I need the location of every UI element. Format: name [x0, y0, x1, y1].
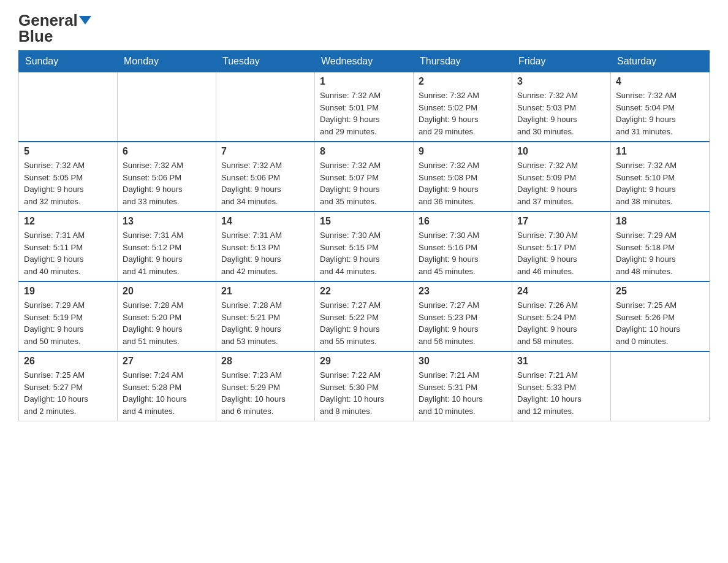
calendar-week-2: 5Sunrise: 7:32 AM Sunset: 5:05 PM Daylig…: [19, 142, 710, 212]
day-info: Sunrise: 7:30 AM Sunset: 5:16 PM Dayligh…: [419, 229, 507, 277]
calendar-cell: 16Sunrise: 7:30 AM Sunset: 5:16 PM Dayli…: [414, 212, 512, 282]
calendar-cell: 27Sunrise: 7:24 AM Sunset: 5:28 PM Dayli…: [118, 351, 216, 421]
day-number: 18: [616, 216, 704, 227]
calendar-cell: 31Sunrise: 7:21 AM Sunset: 5:33 PM Dayli…: [512, 351, 611, 421]
day-number: 29: [320, 356, 408, 367]
calendar-cell: [19, 72, 118, 142]
header-thursday: Thursday: [414, 51, 512, 72]
header-saturday: Saturday: [611, 51, 710, 72]
calendar-cell: 20Sunrise: 7:28 AM Sunset: 5:20 PM Dayli…: [118, 282, 216, 351]
calendar-cell: 14Sunrise: 7:31 AM Sunset: 5:13 PM Dayli…: [216, 212, 315, 282]
calendar-cell: 23Sunrise: 7:27 AM Sunset: 5:23 PM Dayli…: [414, 282, 512, 351]
day-number: 5: [24, 146, 112, 157]
day-number: 28: [221, 356, 309, 367]
header-tuesday: Tuesday: [216, 51, 315, 72]
day-info: Sunrise: 7:32 AM Sunset: 5:05 PM Dayligh…: [24, 159, 112, 207]
day-number: 15: [320, 216, 408, 227]
logo-blue: Blue: [18, 28, 53, 44]
header-sunday: Sunday: [19, 51, 118, 72]
day-info: Sunrise: 7:21 AM Sunset: 5:31 PM Dayligh…: [419, 369, 507, 417]
day-info: Sunrise: 7:32 AM Sunset: 5:04 PM Dayligh…: [616, 90, 704, 137]
day-number: 13: [123, 216, 211, 227]
calendar-cell: 17Sunrise: 7:30 AM Sunset: 5:17 PM Dayli…: [512, 212, 611, 282]
logo-general: General: [18, 12, 78, 28]
day-number: 8: [320, 146, 408, 157]
calendar-table: SundayMondayTuesdayWednesdayThursdayFrid…: [18, 50, 710, 421]
calendar-week-4: 19Sunrise: 7:29 AM Sunset: 5:19 PM Dayli…: [19, 282, 710, 351]
day-number: 27: [123, 356, 211, 367]
day-number: 11: [616, 146, 704, 157]
day-info: Sunrise: 7:32 AM Sunset: 5:10 PM Dayligh…: [616, 159, 704, 207]
day-number: 21: [221, 286, 309, 297]
day-info: Sunrise: 7:32 AM Sunset: 5:01 PM Dayligh…: [320, 90, 408, 137]
day-info: Sunrise: 7:28 AM Sunset: 5:20 PM Dayligh…: [123, 299, 211, 347]
day-number: 9: [419, 146, 507, 157]
day-info: Sunrise: 7:32 AM Sunset: 5:06 PM Dayligh…: [123, 159, 211, 207]
day-info: Sunrise: 7:24 AM Sunset: 5:28 PM Dayligh…: [123, 369, 211, 417]
day-number: 7: [221, 146, 309, 157]
day-info: Sunrise: 7:27 AM Sunset: 5:23 PM Dayligh…: [419, 299, 507, 347]
day-info: Sunrise: 7:22 AM Sunset: 5:30 PM Dayligh…: [320, 369, 408, 417]
day-number: 16: [419, 216, 507, 227]
calendar-header-row: SundayMondayTuesdayWednesdayThursdayFrid…: [19, 51, 710, 72]
calendar-cell: 21Sunrise: 7:28 AM Sunset: 5:21 PM Dayli…: [216, 282, 315, 351]
day-info: Sunrise: 7:32 AM Sunset: 5:02 PM Dayligh…: [419, 90, 507, 137]
day-number: 19: [24, 286, 112, 297]
calendar-cell: 28Sunrise: 7:23 AM Sunset: 5:29 PM Dayli…: [216, 351, 315, 421]
calendar-cell: 22Sunrise: 7:27 AM Sunset: 5:22 PM Dayli…: [315, 282, 414, 351]
calendar-cell: 25Sunrise: 7:25 AM Sunset: 5:26 PM Dayli…: [611, 282, 710, 351]
calendar-cell: 8Sunrise: 7:32 AM Sunset: 5:07 PM Daylig…: [315, 142, 414, 212]
day-info: Sunrise: 7:31 AM Sunset: 5:12 PM Dayligh…: [123, 229, 211, 277]
calendar-cell: 10Sunrise: 7:32 AM Sunset: 5:09 PM Dayli…: [512, 142, 611, 212]
day-info: Sunrise: 7:31 AM Sunset: 5:13 PM Dayligh…: [221, 229, 309, 277]
calendar-cell: 2Sunrise: 7:32 AM Sunset: 5:02 PM Daylig…: [414, 72, 512, 142]
calendar-cell: 12Sunrise: 7:31 AM Sunset: 5:11 PM Dayli…: [19, 212, 118, 282]
calendar-cell: 1Sunrise: 7:32 AM Sunset: 5:01 PM Daylig…: [315, 72, 414, 142]
day-info: Sunrise: 7:21 AM Sunset: 5:33 PM Dayligh…: [517, 369, 605, 417]
day-number: 2: [419, 76, 507, 87]
calendar-cell: 19Sunrise: 7:29 AM Sunset: 5:19 PM Dayli…: [19, 282, 118, 351]
day-number: 20: [123, 286, 211, 297]
header-wednesday: Wednesday: [315, 51, 414, 72]
logo: General Blue: [18, 12, 91, 44]
calendar-cell: 24Sunrise: 7:26 AM Sunset: 5:24 PM Dayli…: [512, 282, 611, 351]
day-number: 23: [419, 286, 507, 297]
calendar-cell: 5Sunrise: 7:32 AM Sunset: 5:05 PM Daylig…: [19, 142, 118, 212]
calendar-cell: 29Sunrise: 7:22 AM Sunset: 5:30 PM Dayli…: [315, 351, 414, 421]
calendar-cell: 3Sunrise: 7:32 AM Sunset: 5:03 PM Daylig…: [512, 72, 611, 142]
day-number: 10: [517, 146, 605, 157]
day-info: Sunrise: 7:32 AM Sunset: 5:08 PM Dayligh…: [419, 159, 507, 207]
day-info: Sunrise: 7:27 AM Sunset: 5:22 PM Dayligh…: [320, 299, 408, 347]
calendar-cell: 30Sunrise: 7:21 AM Sunset: 5:31 PM Dayli…: [414, 351, 512, 421]
day-number: 14: [221, 216, 309, 227]
day-info: Sunrise: 7:26 AM Sunset: 5:24 PM Dayligh…: [517, 299, 605, 347]
day-number: 25: [616, 286, 704, 297]
day-info: Sunrise: 7:30 AM Sunset: 5:15 PM Dayligh…: [320, 229, 408, 277]
day-info: Sunrise: 7:31 AM Sunset: 5:11 PM Dayligh…: [24, 229, 112, 277]
header-monday: Monday: [118, 51, 216, 72]
calendar-cell: 18Sunrise: 7:29 AM Sunset: 5:18 PM Dayli…: [611, 212, 710, 282]
day-number: 17: [517, 216, 605, 227]
calendar-cell: 7Sunrise: 7:32 AM Sunset: 5:06 PM Daylig…: [216, 142, 315, 212]
calendar-week-5: 26Sunrise: 7:25 AM Sunset: 5:27 PM Dayli…: [19, 351, 710, 421]
day-info: Sunrise: 7:32 AM Sunset: 5:07 PM Dayligh…: [320, 159, 408, 207]
calendar-cell: 13Sunrise: 7:31 AM Sunset: 5:12 PM Dayli…: [118, 212, 216, 282]
day-info: Sunrise: 7:28 AM Sunset: 5:21 PM Dayligh…: [221, 299, 309, 347]
calendar-cell: 9Sunrise: 7:32 AM Sunset: 5:08 PM Daylig…: [414, 142, 512, 212]
day-info: Sunrise: 7:32 AM Sunset: 5:06 PM Dayligh…: [221, 159, 309, 207]
calendar-cell: 6Sunrise: 7:32 AM Sunset: 5:06 PM Daylig…: [118, 142, 216, 212]
day-info: Sunrise: 7:25 AM Sunset: 5:27 PM Dayligh…: [24, 369, 112, 417]
calendar-cell: 4Sunrise: 7:32 AM Sunset: 5:04 PM Daylig…: [611, 72, 710, 142]
day-info: Sunrise: 7:32 AM Sunset: 5:03 PM Dayligh…: [517, 90, 605, 137]
calendar-week-1: 1Sunrise: 7:32 AM Sunset: 5:01 PM Daylig…: [19, 72, 710, 142]
day-number: 24: [517, 286, 605, 297]
calendar-cell: [611, 351, 710, 421]
day-number: 3: [517, 76, 605, 87]
day-number: 1: [320, 76, 408, 87]
day-number: 22: [320, 286, 408, 297]
day-number: 26: [24, 356, 112, 367]
day-number: 12: [24, 216, 112, 227]
day-number: 30: [419, 356, 507, 367]
calendar-cell: [118, 72, 216, 142]
day-info: Sunrise: 7:29 AM Sunset: 5:18 PM Dayligh…: [616, 229, 704, 277]
